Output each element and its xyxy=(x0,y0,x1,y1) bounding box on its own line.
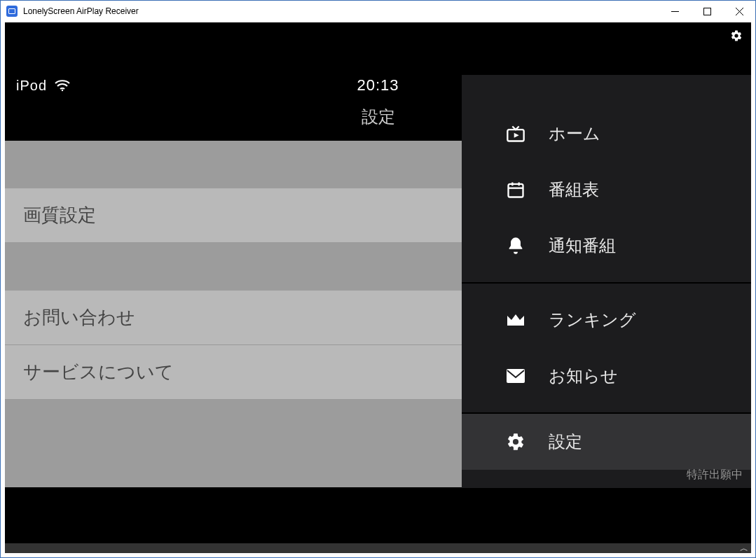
menu-item-settings[interactable]: 設定 xyxy=(462,414,751,470)
bell-icon xyxy=(505,235,526,256)
svg-rect-8 xyxy=(509,184,523,197)
menu-item-ranking[interactable]: ランキング xyxy=(462,292,751,348)
minimize-button[interactable] xyxy=(659,1,691,22)
settings-row-label: 画質設定 xyxy=(23,203,96,228)
titlebar: LonelyScreen AirPlay Receiver xyxy=(1,1,755,22)
menu-label: お知らせ xyxy=(549,365,618,387)
mirrored-screen: iPod 20:13 ⚡︎ 設定 xyxy=(5,75,751,488)
airplay-viewport: iPod 20:13 ⚡︎ 設定 xyxy=(5,22,751,553)
menu-item-home[interactable]: ホーム xyxy=(462,106,751,162)
close-button[interactable] xyxy=(723,1,755,22)
app-settings-icon[interactable] xyxy=(730,29,743,42)
patent-label: 特許出願中 xyxy=(687,468,743,482)
menu-label: 設定 xyxy=(549,431,582,453)
window-title: LonelyScreen AirPlay Receiver xyxy=(23,6,139,16)
expand-up-icon[interactable]: ︿ xyxy=(740,545,748,552)
device-label: iPod xyxy=(16,78,47,94)
menu-item-news[interactable]: お知らせ xyxy=(462,348,751,404)
svg-rect-12 xyxy=(507,369,525,383)
wifi-icon xyxy=(54,79,71,92)
menu-item-notifications[interactable]: 通知番組 xyxy=(462,218,751,274)
crown-icon xyxy=(505,309,526,330)
side-menu: ホーム 番組表 通知番組 ランキング xyxy=(462,75,751,488)
maximize-button[interactable] xyxy=(691,1,723,22)
settings-row-label: サービスについて xyxy=(23,360,174,384)
menu-label: ホーム xyxy=(549,123,600,145)
svg-point-4 xyxy=(62,90,63,91)
settings-row-label: お問い合わせ xyxy=(23,305,135,330)
gear-icon xyxy=(505,431,526,452)
app-bottom-bar: ︿ xyxy=(5,543,751,553)
window-controls xyxy=(659,1,755,22)
menu-label: 通知番組 xyxy=(549,235,616,257)
calendar-icon xyxy=(505,179,526,200)
menu-label: 番組表 xyxy=(549,179,599,201)
menu-item-schedule[interactable]: 番組表 xyxy=(462,162,751,218)
svg-rect-1 xyxy=(703,8,710,15)
app-icon xyxy=(6,6,18,17)
tv-icon xyxy=(505,123,526,144)
svg-marker-7 xyxy=(514,133,519,138)
menu-label: ランキング xyxy=(549,309,636,331)
app-window: LonelyScreen AirPlay Receiver iPod 20:13 xyxy=(0,0,756,558)
mail-icon xyxy=(505,365,526,386)
